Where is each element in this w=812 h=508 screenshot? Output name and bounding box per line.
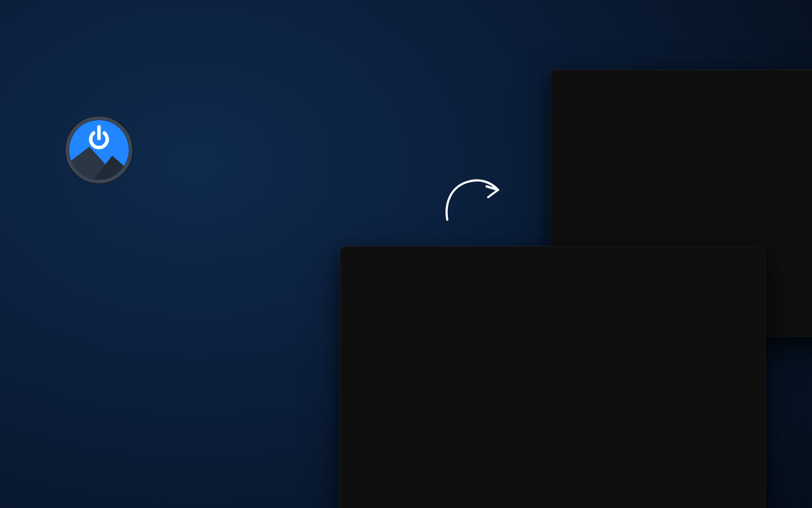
hand-drawn-arrow-icon xyxy=(442,174,503,222)
browser-window-front xyxy=(340,246,765,508)
toggle-app-icon xyxy=(64,115,134,185)
